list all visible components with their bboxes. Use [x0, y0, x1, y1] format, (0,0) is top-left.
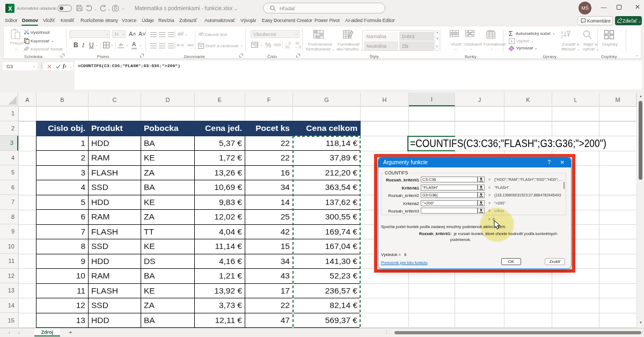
svg-text:A: A [561, 31, 564, 34]
svg-text:Z: Z [561, 35, 564, 39]
svg-text:X: X [8, 5, 12, 12]
